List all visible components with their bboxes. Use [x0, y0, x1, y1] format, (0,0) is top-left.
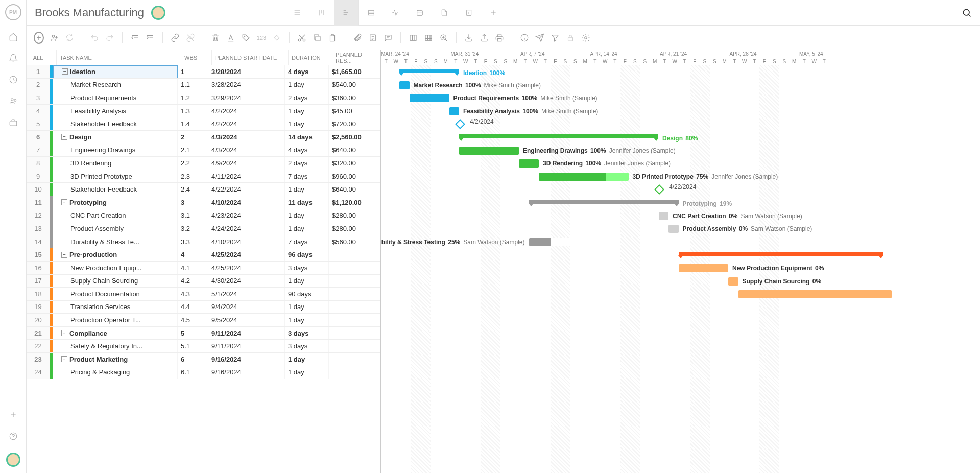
gantt-row[interactable]: Durability & Stress Testing 25%Sam Watso…: [381, 235, 980, 249]
start-cell[interactable]: 9/16/2024: [208, 353, 285, 366]
col-planned-res[interactable]: PLANNED RES...: [332, 50, 380, 65]
res-cell[interactable]: $320.00: [329, 157, 380, 170]
duration-cell[interactable]: 1 day: [285, 183, 329, 196]
task-name-cell[interactable]: Stakeholder Feedback: [53, 117, 178, 130]
res-cell[interactable]: $960.00: [329, 170, 380, 183]
team-icon[interactable]: [8, 96, 18, 106]
task-name-cell[interactable]: −Design: [53, 131, 178, 144]
start-cell[interactable]: 4/24/2024: [208, 222, 285, 235]
user-avatar[interactable]: [6, 453, 20, 467]
copy-icon[interactable]: [312, 33, 322, 43]
duration-cell[interactable]: 7 days: [285, 170, 329, 183]
gantt-task-bar[interactable]: Durability & Stress Testing 25%Sam Watso…: [529, 238, 619, 246]
gantt-chart[interactable]: MAR, 24 '24MAR, 31 '24APR, 7 '24APR, 14 …: [381, 50, 980, 473]
gantt-task-bar[interactable]: New Production Equipment 0%: [679, 264, 729, 272]
res-cell[interactable]: [329, 275, 380, 288]
task-row[interactable]: 11−Prototyping34/10/202411 days$1,120.00: [27, 196, 380, 209]
res-cell[interactable]: [329, 248, 380, 261]
gantt-milestone[interactable]: [455, 119, 465, 129]
duration-cell[interactable]: 1 day: [285, 222, 329, 235]
info-icon[interactable]: [519, 33, 530, 43]
start-cell[interactable]: 9/11/2024: [208, 340, 285, 352]
view-list-icon[interactable]: [285, 0, 309, 26]
start-cell[interactable]: 4/23/2024: [208, 209, 285, 222]
gantt-task-bar[interactable]: Feasibility Analysis 100%Mike Smith (Sam…: [449, 107, 460, 115]
clock-icon[interactable]: [8, 75, 18, 85]
notifications-icon[interactable]: [8, 53, 18, 63]
gantt-task-bar[interactable]: 3D Printed Prototype 75%Jennifer Jones (…: [539, 173, 629, 181]
unlink-icon[interactable]: [185, 33, 196, 43]
gantt-task-bar[interactable]: Engineering Drawings 100%Jennifer Jones …: [459, 147, 519, 155]
add-person-icon[interactable]: [49, 33, 59, 43]
duration-cell[interactable]: 90 days: [285, 288, 329, 300]
task-row[interactable]: 93D Printed Prototype2.34/11/20247 days$…: [27, 170, 380, 183]
col-wbs[interactable]: WBS: [181, 50, 212, 65]
col-task-name[interactable]: TASK NAME: [57, 50, 181, 65]
task-name-cell[interactable]: Stakeholder Feedback: [53, 183, 178, 196]
wbs-cell[interactable]: 1.1: [178, 79, 208, 91]
text-color-icon[interactable]: [226, 33, 236, 43]
task-row[interactable]: 24Pricing & Packaging6.19/16/20241 day: [27, 366, 380, 380]
gantt-row[interactable]: CNC Part Creation 0%Sam Watson (Sample): [381, 209, 980, 223]
delete-icon[interactable]: [210, 33, 221, 43]
duration-cell[interactable]: 11 days: [285, 196, 329, 209]
gantt-task-bar[interactable]: Product Requirements 100%Mike Smith (Sam…: [410, 94, 449, 102]
wbs-cell[interactable]: 3.2: [178, 222, 208, 235]
task-row[interactable]: 1−Ideation13/28/20244 days$1,665.00: [27, 65, 380, 79]
res-cell[interactable]: [329, 262, 380, 274]
gantt-task-bar[interactable]: [738, 290, 892, 298]
wbs-cell[interactable]: 2.3: [178, 170, 208, 183]
grid-icon[interactable]: [423, 33, 434, 43]
wbs-cell[interactable]: 2.2: [178, 157, 208, 170]
res-cell[interactable]: $540.00: [329, 79, 380, 91]
duration-cell[interactable]: 1 day: [285, 105, 329, 117]
tag-icon[interactable]: [241, 33, 251, 43]
duration-cell[interactable]: 2 days: [285, 157, 329, 170]
wbs-cell[interactable]: 1.3: [178, 105, 208, 117]
task-name-cell[interactable]: −Product Marketing: [53, 353, 178, 366]
print-icon[interactable]: [494, 33, 505, 43]
notes-icon[interactable]: [368, 33, 378, 43]
zoom-icon[interactable]: [439, 33, 449, 43]
res-cell[interactable]: $280.00: [329, 209, 380, 222]
comment-icon[interactable]: [383, 33, 393, 43]
wbs-cell[interactable]: 4.1: [178, 262, 208, 274]
gantt-row[interactable]: [381, 248, 980, 262]
view-board-icon[interactable]: [309, 0, 334, 26]
task-row[interactable]: 17Supply Chain Sourcing4.24/30/20241 day: [27, 275, 380, 288]
settings-icon[interactable]: [581, 33, 591, 43]
search-icon[interactable]: [962, 8, 972, 18]
start-cell[interactable]: 4/11/2024: [208, 170, 285, 183]
task-name-cell[interactable]: New Production Equip...: [53, 262, 178, 274]
start-cell[interactable]: 4/10/2024: [208, 196, 285, 209]
gantt-row[interactable]: [381, 314, 980, 327]
duration-cell[interactable]: 3 days: [285, 262, 329, 274]
project-avatar[interactable]: [151, 6, 165, 20]
duration-cell[interactable]: 14 days: [285, 131, 329, 144]
task-name-cell[interactable]: Product Assembly: [53, 222, 178, 235]
wbs-cell[interactable]: 1.2: [178, 91, 208, 104]
briefcase-icon[interactable]: [8, 117, 18, 128]
export-icon[interactable]: [479, 33, 489, 43]
gantt-row[interactable]: Feasibility Analysis 100%Mike Smith (Sam…: [381, 105, 980, 118]
help-icon[interactable]: [8, 431, 18, 441]
res-cell[interactable]: [329, 353, 380, 366]
import-icon[interactable]: [464, 33, 474, 43]
view-gantt-icon[interactable]: [334, 0, 358, 26]
col-duration[interactable]: DURATION: [289, 50, 332, 65]
duration-cell[interactable]: 1 day: [285, 79, 329, 91]
start-cell[interactable]: 9/16/2024: [208, 366, 285, 379]
task-name-cell[interactable]: Market Research: [53, 79, 178, 91]
task-row[interactable]: 21−Compliance59/11/20243 days: [27, 327, 380, 340]
start-cell[interactable]: 3/29/2024: [208, 91, 285, 104]
wbs-cell[interactable]: 3.1: [178, 209, 208, 222]
view-file-icon[interactable]: [432, 0, 457, 26]
wbs-cell[interactable]: 4.3: [178, 288, 208, 300]
gantt-row[interactable]: 4/22/2024: [381, 183, 980, 196]
task-name-cell[interactable]: Feasibility Analysis: [53, 105, 178, 117]
collapse-icon[interactable]: −: [61, 199, 67, 205]
gantt-row[interactable]: [381, 366, 980, 380]
gantt-row[interactable]: [381, 327, 980, 340]
gantt-row[interactable]: [381, 353, 980, 366]
task-name-cell[interactable]: Product Documentation: [53, 288, 178, 300]
